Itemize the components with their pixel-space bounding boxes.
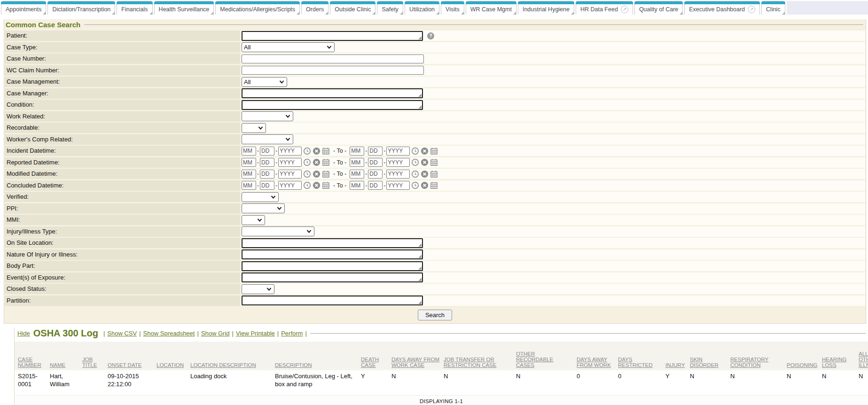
concluded-datetime-from-year-input[interactable] <box>278 181 302 190</box>
table-row[interactable]: S2015-0001Hart, William09-10-2015 22:12:… <box>15 370 868 395</box>
search-button[interactable]: Search <box>418 310 452 320</box>
column-header-hearing-loss[interactable]: HEARING LOSS <box>822 342 859 370</box>
tab-clinic[interactable]: Clinic <box>761 1 785 15</box>
clear-date-icon[interactable] <box>421 147 429 155</box>
time-picker-icon[interactable] <box>303 158 311 166</box>
time-picker-icon[interactable] <box>411 147 419 155</box>
column-header-other-recordable-cases[interactable]: OTHER RECORDABLE CASES <box>516 342 577 370</box>
clear-date-icon[interactable] <box>421 181 429 189</box>
concluded-datetime-to-year-input[interactable] <box>386 181 410 190</box>
osha-link-show-grid[interactable]: Show Grid <box>201 330 230 337</box>
case-management-select[interactable]: All <box>242 77 287 87</box>
time-picker-icon[interactable] <box>303 181 311 189</box>
reported-datetime-from-year-input[interactable] <box>278 158 302 167</box>
tab-utilization[interactable]: Utilization <box>405 1 439 15</box>
open-external-icon[interactable]: ↗ <box>748 6 755 13</box>
incident-datetime-to-day-input[interactable] <box>368 147 383 156</box>
tab-industrial-hygiene[interactable]: Industrial Hygiene <box>518 1 574 15</box>
worker-s-comp-related-select[interactable] <box>242 134 293 144</box>
incident-datetime-to-year-input[interactable] <box>386 147 410 156</box>
osha-link-show-csv[interactable]: Show CSV <box>107 330 137 337</box>
concluded-datetime-from-month-input[interactable] <box>242 181 256 190</box>
tab-quality-of-care[interactable]: Quality of Care <box>634 1 683 15</box>
calendar-icon[interactable] <box>430 181 438 189</box>
modified-datetime-to-day-input[interactable] <box>368 170 383 179</box>
clear-date-icon[interactable] <box>313 181 321 189</box>
ppi-select[interactable] <box>242 203 285 213</box>
resize-grip-icon[interactable] <box>418 105 422 109</box>
column-header-respiratory-condition[interactable]: RESPIRATORY CONDITION <box>730 342 787 370</box>
resize-grip-icon[interactable] <box>418 255 422 258</box>
closed-status-select[interactable] <box>242 284 274 294</box>
column-header-days-restricted[interactable]: DAYS RESTRICTED <box>618 342 665 370</box>
column-header-injury[interactable]: INJURY <box>665 342 690 370</box>
calendar-icon[interactable] <box>322 181 330 189</box>
column-header-all-other-illnesses[interactable]: ALL OTHER ILLNESSES <box>859 342 868 370</box>
verified-select[interactable] <box>242 192 279 202</box>
resize-grip-icon[interactable] <box>418 36 422 39</box>
tab-executive-dashboard[interactable]: Executive Dashboard↗ <box>684 1 760 15</box>
tab-appointments[interactable]: Appointments <box>1 1 46 15</box>
osha-link-view-printable[interactable]: View Printable <box>236 330 275 337</box>
patient-input[interactable] <box>242 31 423 41</box>
tab-safety[interactable]: Safety <box>377 1 403 15</box>
mmi-select[interactable] <box>242 215 265 225</box>
resize-grip-icon[interactable] <box>418 266 422 270</box>
column-header-days-away-from-work-case[interactable]: DAYS AWAY FROM WORK CASE <box>391 342 444 370</box>
calendar-icon[interactable] <box>430 147 438 155</box>
tab-financials[interactable]: Financials <box>117 1 152 15</box>
clear-date-icon[interactable] <box>313 170 321 178</box>
clear-date-icon[interactable] <box>421 170 429 178</box>
recordable-select[interactable] <box>242 123 266 133</box>
clear-date-icon[interactable] <box>313 147 321 155</box>
column-header-name[interactable]: NAME <box>50 342 82 370</box>
time-picker-icon[interactable] <box>411 170 419 178</box>
work-related-select[interactable] <box>242 111 293 121</box>
wc-claim-number-input[interactable] <box>242 66 424 75</box>
reported-datetime-to-year-input[interactable] <box>386 158 410 167</box>
tab-outside-clinic[interactable]: Outside Clinic <box>330 1 375 15</box>
hide-link[interactable]: Hide <box>17 330 30 337</box>
nature-of-injury-or-illness-input[interactable] <box>242 249 423 259</box>
tab-visits[interactable]: Visits <box>441 1 464 15</box>
case-manager-input[interactable] <box>242 88 423 98</box>
incident-datetime-from-month-input[interactable] <box>242 147 256 156</box>
calendar-icon[interactable] <box>430 158 438 166</box>
event-s-of-exposure-input[interactable] <box>242 273 423 282</box>
clear-date-icon[interactable] <box>421 158 429 166</box>
column-header-days-away-from-work[interactable]: DAYS AWAY FROM WORK <box>577 342 618 370</box>
modified-datetime-from-day-input[interactable] <box>260 170 274 179</box>
osha-link-perform[interactable]: Perform <box>281 330 303 337</box>
tab-wr-case-mgmt[interactable]: WR Case Mgmt <box>466 1 516 15</box>
modified-datetime-from-year-input[interactable] <box>278 170 302 179</box>
modified-datetime-to-year-input[interactable] <box>386 170 410 179</box>
reported-datetime-from-month-input[interactable] <box>242 158 256 167</box>
time-picker-icon[interactable] <box>411 158 419 166</box>
resize-grip-icon[interactable] <box>418 278 422 281</box>
column-header-job-title[interactable]: JOB TITLE <box>82 342 108 370</box>
body-part-input[interactable] <box>242 261 423 271</box>
open-external-icon[interactable]: ↗ <box>621 6 628 13</box>
time-picker-icon[interactable] <box>303 147 311 155</box>
tab-orders[interactable]: Orders <box>301 1 328 15</box>
column-header-skin-disorder[interactable]: SKIN DISORDER <box>690 342 730 370</box>
column-header-job-transfer-or-restriction-case[interactable]: JOB TRANSFER OR RESTRICTION CASE <box>444 342 516 370</box>
case-number-input[interactable] <box>242 55 424 63</box>
modified-datetime-to-month-input[interactable] <box>350 170 364 179</box>
osha-link-show-spreadsheet[interactable]: Show Spreadsheet <box>143 330 195 337</box>
on-site-location-input[interactable] <box>242 238 423 248</box>
incident-datetime-from-year-input[interactable] <box>278 147 302 156</box>
reported-datetime-to-day-input[interactable] <box>368 158 383 167</box>
calendar-icon[interactable] <box>322 158 330 166</box>
tab-medications-allergies-scripts[interactable]: Medications/Allergies/Scripts <box>215 1 300 15</box>
incident-datetime-from-day-input[interactable] <box>260 147 274 156</box>
tab-health-surveillance[interactable]: Health Surveillance <box>154 1 214 15</box>
condition-input[interactable] <box>242 100 423 110</box>
column-header-location[interactable]: LOCATION <box>156 342 190 370</box>
tab-hr-data-feed[interactable]: HR Data Feed↗ <box>576 1 633 15</box>
tab-dictation-transcription[interactable]: Dictation/Transcription <box>47 1 115 15</box>
column-header-death-case[interactable]: DEATH CASE <box>361 342 391 370</box>
incident-datetime-to-month-input[interactable] <box>350 147 364 156</box>
help-icon[interactable]: ? <box>427 32 434 39</box>
case-type-select[interactable]: All <box>242 42 335 52</box>
